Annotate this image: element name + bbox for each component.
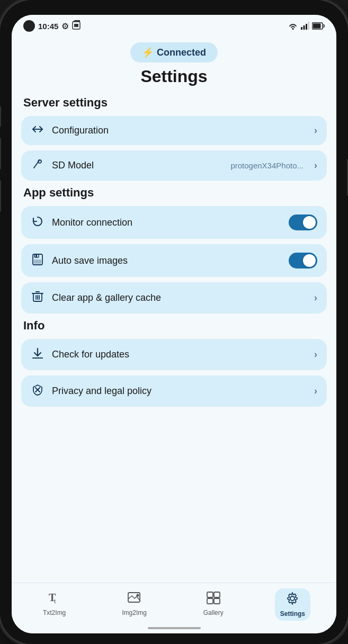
auto-save-knob [303,254,316,267]
monitor-connection-label: Monitor connection [52,217,281,228]
svg-rect-9 [313,24,321,29]
sd-model-icon [31,159,44,172]
check-updates-item[interactable]: Check for updates › [21,339,327,370]
txt2img-icon: T t [48,592,61,607]
auto-save-item[interactable]: Auto save images [21,244,327,277]
privacy-chevron: › [314,386,317,397]
volume-up-button[interactable] [0,106,1,127]
server-settings-heading: Server settings [23,96,325,110]
auto-save-label: Auto save images [52,255,281,266]
svg-rect-15 [35,254,37,257]
page-title: Settings [21,67,327,86]
nav-img2img[interactable]: Img2Img [117,588,152,620]
monitor-connection-knob [303,216,316,229]
bottom-nav: T t Txt2Img Img2Img [12,583,336,623]
svg-rect-31 [214,592,220,597]
img2img-icon [128,592,141,607]
configuration-label: Configuration [52,125,307,136]
app-settings-heading: App settings [23,186,325,200]
nav-txt2img[interactable]: T t Txt2Img [38,588,71,620]
wifi-icon [288,22,298,30]
nav-settings[interactable]: Settings [275,588,310,621]
clear-cache-label: Clear app & gallery cache [52,292,307,303]
signal-icon [301,22,309,30]
configuration-item[interactable]: Configuration › [21,116,327,145]
privacy-label: Privacy and legal policy [52,386,307,397]
phone-screen: 10:45 ⚙ [12,15,336,633]
sd-model-value: protogenX34Photo... [230,161,304,170]
svg-rect-30 [207,592,213,597]
svg-point-3 [292,28,294,30]
svg-rect-4 [301,27,302,30]
svg-rect-5 [304,25,305,30]
status-left: 10:45 ⚙ [23,20,81,32]
check-updates-chevron: › [314,349,317,360]
phone-frame: 10:45 ⚙ [0,0,348,644]
settings-status-icon: ⚙ [61,21,69,31]
auto-save-toggle[interactable] [289,253,317,269]
monitor-connection-toggle[interactable] [289,214,317,230]
check-updates-label: Check for updates [52,349,307,360]
settings-nav-icon [285,592,299,609]
svg-point-34 [290,596,295,601]
svg-rect-7 [308,22,310,30]
sd-model-label: SD Model [52,160,223,171]
svg-rect-32 [207,598,213,604]
settings-content: ⚡ Connected Settings Server settings Con… [12,35,336,583]
clear-cache-chevron: › [314,292,317,303]
sd-model-chevron: › [314,160,317,171]
connected-emoji: ⚡ [142,47,154,58]
img2img-label: Img2Img [122,609,147,616]
nav-gallery[interactable]: Gallery [198,588,229,620]
configuration-icon [31,124,44,137]
txt2img-label: Txt2Img [43,609,66,616]
check-updates-icon [31,347,44,362]
connected-badge-wrap: ⚡ Connected [21,39,327,62]
monitor-connection-item[interactable]: Monitor connection [21,206,327,239]
silent-switch[interactable] [0,180,1,212]
svg-point-29 [136,594,139,597]
configuration-chevron: › [314,125,317,136]
monitor-connection-icon [31,216,44,230]
svg-rect-16 [34,260,41,264]
gallery-icon [207,592,220,607]
status-bar: 10:45 ⚙ [12,15,336,35]
svg-rect-2 [74,24,78,27]
battery-icon [312,22,325,30]
settings-nav-label: Settings [280,610,305,618]
status-right [288,22,325,30]
privacy-icon [31,384,44,398]
svg-rect-6 [306,24,307,30]
home-bar [148,627,201,629]
svg-marker-1 [73,20,80,22]
camera-dot [23,20,35,32]
connected-badge: ⚡ Connected [130,42,218,62]
volume-down-button[interactable] [0,138,1,169]
status-time: 10:45 [38,22,58,31]
auto-save-icon [31,254,44,268]
privacy-item[interactable]: Privacy and legal policy › [21,375,327,407]
home-indicator [12,623,336,633]
gallery-label: Gallery [203,609,224,616]
sim-status-icon [72,20,81,32]
clear-cache-item[interactable]: Clear app & gallery cache › [21,282,327,314]
svg-text:t: t [54,597,56,604]
sd-model-item[interactable]: SD Model protogenX34Photo... › [21,150,327,181]
svg-rect-33 [214,598,220,604]
connected-label: Connected [157,47,206,58]
info-heading: Info [23,319,325,333]
clear-cache-icon [31,291,44,305]
